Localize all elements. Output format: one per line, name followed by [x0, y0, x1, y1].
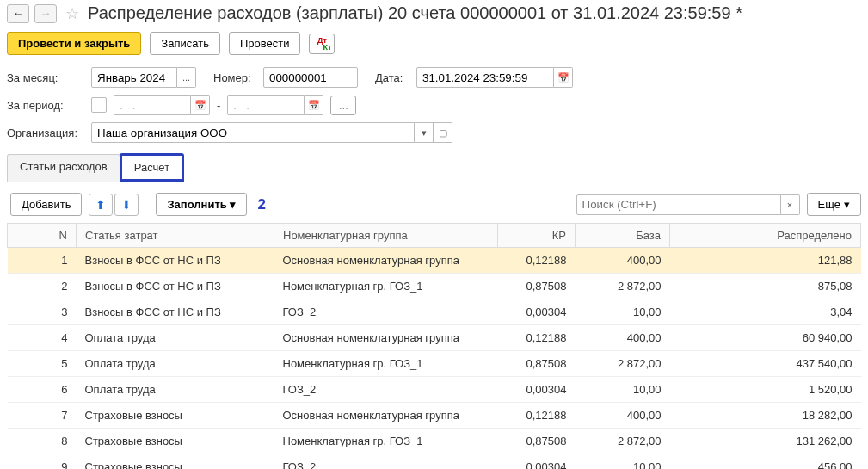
- col-kr[interactable]: КР: [498, 224, 576, 248]
- cell-kr: 0,12188: [498, 403, 576, 429]
- move-up-button[interactable]: ⬆: [89, 194, 113, 216]
- col-n[interactable]: N: [8, 224, 77, 248]
- table-row[interactable]: 9Страховые взносыГОЗ_20,0030410,00456,00: [8, 454, 861, 470]
- cell-item: Взносы в ФСС от НС и ПЗ: [77, 248, 274, 274]
- cell-dist: 875,08: [670, 274, 861, 299]
- cell-n: 1: [8, 248, 77, 274]
- cell-n: 6: [8, 377, 77, 403]
- cell-group: ГОЗ_2: [274, 454, 498, 470]
- cell-n: 2: [8, 274, 77, 299]
- post-and-close-button[interactable]: Провести и закрыть: [7, 32, 141, 55]
- nav-forward-button[interactable]: →: [34, 4, 57, 23]
- cell-group: ГОЗ_2: [274, 377, 498, 403]
- more-button[interactable]: Еще ▾: [807, 193, 861, 216]
- cell-item: Взносы в ФСС от НС и ПЗ: [77, 274, 274, 299]
- cell-kr: 0,87508: [498, 351, 576, 377]
- period-to-input[interactable]: [227, 95, 305, 115]
- write-button[interactable]: Записать: [150, 32, 220, 55]
- dtkt-button[interactable]: ДтКт: [309, 34, 335, 54]
- period-checkbox[interactable]: [91, 97, 107, 113]
- col-group[interactable]: Номенклатурная группа: [274, 224, 498, 248]
- tab-calculation[interactable]: Расчет: [120, 153, 184, 182]
- cell-dist: 456,00: [670, 454, 861, 470]
- chevron-down-icon: ▾: [844, 198, 850, 211]
- dtkt-icon: ДтКт: [317, 37, 327, 51]
- cell-item: Страховые взносы: [77, 454, 274, 470]
- table-row[interactable]: 4Оплата трудаОсновная номенклатурная гру…: [8, 325, 861, 351]
- cell-item: Оплата труда: [77, 377, 274, 403]
- col-base[interactable]: База: [576, 224, 670, 248]
- search-input[interactable]: [576, 194, 781, 215]
- date-input[interactable]: [416, 67, 554, 88]
- cell-dist: 60 940,00: [670, 325, 861, 351]
- cell-group: Номенклатурная гр. ГОЗ_1: [274, 429, 498, 454]
- cell-base: 2 872,00: [576, 351, 670, 377]
- cell-base: 2 872,00: [576, 429, 670, 454]
- table-row[interactable]: 6Оплата трудаГОЗ_20,0030410,001 520,00: [8, 377, 861, 403]
- arrow-down-icon: ⬇: [121, 198, 132, 212]
- period-from-calendar-button[interactable]: 📅: [191, 95, 210, 115]
- add-button[interactable]: Добавить: [10, 193, 82, 216]
- month-label: За месяц:: [7, 71, 84, 84]
- cell-kr: 0,00304: [498, 454, 576, 470]
- tab-expense-items[interactable]: Статьи расходов: [7, 154, 120, 182]
- table-row[interactable]: 2Взносы в ФСС от НС и ПЗНоменклатурная г…: [8, 274, 861, 299]
- cell-dist: 437 540,00: [670, 351, 861, 377]
- cell-n: 8: [8, 429, 77, 454]
- period-to-calendar-button[interactable]: 📅: [305, 95, 323, 115]
- cell-kr: 0,87508: [498, 429, 576, 454]
- search-clear-button[interactable]: ×: [781, 194, 800, 215]
- fill-button[interactable]: Заполнить ▾: [156, 193, 247, 216]
- cell-base: 10,00: [576, 454, 670, 470]
- calculation-table: N Статья затрат Номенклатурная группа КР…: [7, 223, 861, 469]
- cell-base: 400,00: [576, 248, 670, 274]
- cell-group: Основная номенклатурная группа: [274, 325, 498, 351]
- chevron-down-icon: ▾: [230, 198, 236, 211]
- table-row[interactable]: 7Страховые взносыОсновная номенклатурная…: [8, 403, 861, 429]
- col-item[interactable]: Статья затрат: [77, 224, 274, 248]
- favorite-star-icon[interactable]: ☆: [65, 4, 79, 23]
- org-open-button[interactable]: ▢: [434, 122, 452, 143]
- period-label: За период:: [7, 99, 84, 112]
- cell-item: Оплата труда: [77, 325, 274, 351]
- fill-button-label: Заполнить: [167, 198, 226, 211]
- cell-group: Номенклатурная гр. ГОЗ_1: [274, 274, 498, 299]
- table-row[interactable]: 8Страховые взносыНоменклатурная гр. ГОЗ_…: [8, 429, 861, 454]
- period-select-button[interactable]: ...: [330, 96, 356, 115]
- table-row[interactable]: 5Оплата трудаНоменклатурная гр. ГОЗ_10,8…: [8, 351, 861, 377]
- month-picker-button[interactable]: ...: [177, 67, 196, 88]
- annotation-number: 2: [257, 196, 265, 213]
- cell-kr: 0,00304: [498, 377, 576, 403]
- cell-base: 10,00: [576, 299, 670, 325]
- cell-item: Страховые взносы: [77, 429, 274, 454]
- cell-group: ГОЗ_2: [274, 299, 498, 325]
- cell-n: 5: [8, 351, 77, 377]
- number-input[interactable]: [263, 67, 358, 88]
- move-down-button[interactable]: ⬇: [114, 194, 139, 216]
- more-button-label: Еще: [818, 198, 840, 211]
- date-calendar-button[interactable]: 📅: [554, 67, 573, 88]
- org-label: Организация:: [7, 127, 84, 139]
- post-button[interactable]: Провести: [229, 32, 301, 55]
- period-separator: -: [217, 99, 220, 112]
- cell-item: Оплата труда: [77, 351, 274, 377]
- table-row[interactable]: 1Взносы в ФСС от НС и ПЗОсновная номенкл…: [8, 248, 861, 274]
- nav-back-button[interactable]: ←: [7, 4, 29, 23]
- page-title: Распределение расходов (зарплаты) 20 сче…: [88, 3, 742, 23]
- period-from-input[interactable]: [114, 95, 191, 115]
- col-dist[interactable]: Распределено: [670, 224, 861, 248]
- cell-dist: 18 282,00: [670, 403, 861, 429]
- cell-dist: 131 262,00: [670, 429, 861, 454]
- cell-kr: 0,87508: [498, 274, 576, 299]
- month-input[interactable]: [91, 67, 177, 88]
- cell-group: Номенклатурная гр. ГОЗ_1: [274, 351, 498, 377]
- cell-dist: 1 520,00: [670, 377, 861, 403]
- table-row[interactable]: 3Взносы в ФСС от НС и ПЗГОЗ_20,0030410,0…: [8, 299, 861, 325]
- cell-group: Основная номенклатурная группа: [274, 248, 498, 274]
- cell-n: 7: [8, 403, 77, 429]
- cell-group: Основная номенклатурная группа: [274, 403, 498, 429]
- cell-item: Взносы в ФСС от НС и ПЗ: [77, 299, 274, 325]
- org-dropdown-button[interactable]: ▾: [415, 122, 434, 143]
- date-label: Дата:: [375, 71, 409, 84]
- org-input[interactable]: [91, 122, 415, 143]
